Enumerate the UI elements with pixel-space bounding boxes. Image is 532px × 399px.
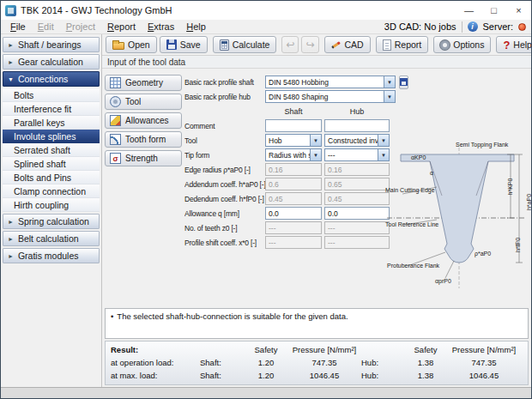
strength-label: Strength: [125, 154, 158, 163]
section-label: Spring calculation: [18, 216, 89, 227]
nav-column: Geometry Tool Allowances Tooth form: [105, 75, 182, 166]
sidebar-item-serrated-shaft[interactable]: Serrated shaft: [3, 143, 100, 157]
info-icon[interactable]: i: [468, 21, 478, 32]
sidebar-item-bolts-and-pins[interactable]: Bolts and Pins: [3, 171, 100, 184]
safety-header-shaft: Safety: [245, 345, 287, 354]
sidebar-item-splined-shaft[interactable]: Splined shaft: [3, 157, 100, 171]
menu-bar: File Edit Project Report Extras Help 3D …: [1, 20, 531, 34]
geometry-button[interactable]: Geometry: [105, 75, 182, 91]
tool-shaft-select[interactable]: Hob ▼: [265, 134, 322, 147]
diagram-label-tool-reference-line: Tool Reference Line: [385, 221, 438, 227]
app-window: TBK 2014 - GWJ Technology GmbH — □ × Fil…: [0, 0, 532, 399]
sidebar-item-bolts[interactable]: Bolts: [3, 88, 100, 102]
basic-rack-shaft-select[interactable]: DIN 5480 Hobbing ▼: [265, 76, 396, 88]
geometry-label: Geometry: [125, 78, 163, 88]
shaft-label: Shaft:: [200, 371, 245, 380]
options-button[interactable]: Options: [433, 36, 491, 53]
report-button[interactable]: Report: [376, 36, 429, 53]
sidebar-item-hirth-coupling[interactable]: Hirth coupling: [3, 198, 100, 212]
sidebar-section-shaft-bearings[interactable]: ► Shaft / bearings: [3, 37, 100, 52]
operation-hub-pressure: 747.35: [447, 358, 521, 367]
section-label: Connections: [18, 74, 68, 84]
sidebar-section-belt-calculation[interactable]: ► Belt calculation: [3, 231, 100, 246]
sidebar-section-connections[interactable]: ▼ Connections: [3, 71, 100, 87]
folder-open-icon: [112, 42, 124, 50]
max-shaft-pressure: 1046.45: [287, 371, 361, 380]
minimize-button[interactable]: —: [456, 1, 481, 20]
section-label: Belt calculation: [18, 233, 79, 244]
open-button[interactable]: Open: [106, 36, 157, 53]
pressure-header-shaft: Pressure [N/mm²]: [287, 345, 361, 354]
safety-header-hub: Safety: [404, 345, 447, 354]
teeth-shaft-field: ---: [265, 221, 322, 234]
strength-button[interactable]: σ Strength: [105, 150, 182, 166]
window-title: TBK 2014 - GWJ Technology GmbH: [21, 5, 172, 15]
menu-project[interactable]: Project: [60, 21, 101, 33]
chevron-right-icon: ►: [8, 42, 14, 48]
chevron-right-icon: ►: [8, 253, 14, 259]
sidebar-section-gratis-modules[interactable]: ► Gratis modules: [3, 248, 100, 263]
profile-shift-label: Profile shift coeff. x*0 [-]: [184, 239, 265, 247]
edge-radius-label: Edge radius ρ*aP0 [-]: [184, 166, 265, 174]
allowances-button[interactable]: Allowances: [105, 112, 182, 129]
window-controls: — □ ×: [456, 1, 531, 20]
comment-hub-input[interactable]: [324, 119, 390, 132]
calculate-button[interactable]: Calculate: [213, 36, 277, 53]
comment-shaft-input[interactable]: [265, 119, 322, 132]
save-profile-button[interactable]: [399, 76, 408, 89]
dedendum-shaft-field: 0.45: [265, 192, 322, 205]
sidebar-item-involute-splines[interactable]: Involute splines: [3, 130, 100, 143]
close-button[interactable]: ×: [506, 1, 531, 20]
dedendum-coeff-label: Dedendum coeff. h*fP0 [-]: [184, 195, 265, 203]
sidebar-item-clamp-connection[interactable]: Clamp connection: [3, 184, 100, 198]
cad-status: 3D CAD: No jobs: [384, 21, 456, 32]
sidebar-section-gear-calculation[interactable]: ► Gear calculation: [3, 54, 100, 70]
sidebar-item-interference-fit[interactable]: Interference fit: [3, 102, 100, 116]
save-button[interactable]: Save: [160, 36, 208, 53]
cad-label: CAD: [345, 39, 364, 50]
floppy-icon: [166, 39, 177, 50]
status-bar: [1, 387, 531, 398]
tool-hub-select[interactable]: Constructed involute ▼: [324, 134, 390, 147]
max-hub-safety: 1.38: [404, 371, 447, 380]
floppy-icon: [400, 78, 408, 86]
help-button[interactable]: ? Help: [496, 36, 532, 53]
document-icon: [383, 39, 391, 51]
menu-report[interactable]: Report: [101, 21, 142, 33]
cad-button[interactable]: CAD: [324, 36, 371, 53]
tool-label: Tool: [184, 136, 265, 145]
allowance-shaft-input[interactable]: [265, 207, 322, 220]
sidebar-item-parallel-keys[interactable]: Parallel keys: [3, 116, 100, 130]
chevron-down-icon: ▼: [384, 76, 395, 88]
redo-button[interactable]: ↪: [301, 36, 318, 53]
result-row-label: at max. load:: [111, 371, 200, 380]
basic-rack-hub-label: Basic rack profile hub: [184, 93, 265, 101]
hub-label: Hub:: [361, 358, 404, 367]
section-label: Gear calculation: [18, 57, 83, 67]
toolbar: Open Save Calculate ↩ ↪: [102, 34, 531, 56]
selected-value: DIN 5480 Hobbing: [266, 76, 384, 88]
tip-form-hub-select[interactable]: --- ▼: [324, 148, 390, 161]
undo-button[interactable]: ↩: [281, 36, 299, 53]
sidebar-section-spring-calculation[interactable]: ► Spring calculation: [3, 214, 100, 229]
addendum-hub-field: 0.65: [324, 178, 390, 190]
server-status-dot: [518, 23, 526, 31]
menubar-right: 3D CAD: No jobs i Server:: [384, 21, 528, 33]
menu-edit[interactable]: Edit: [32, 21, 60, 33]
menu-file[interactable]: File: [4, 21, 32, 33]
allowance-hub-input[interactable]: [324, 207, 390, 220]
menu-help[interactable]: Help: [180, 21, 212, 33]
profile-shift-shaft-field: ---: [265, 236, 322, 249]
basic-rack-hub-select[interactable]: DIN 5480 Shaping ▼: [265, 90, 396, 103]
chevron-down-icon: ▼: [310, 149, 321, 160]
tip-form-shaft-select[interactable]: Radius with straight... ▼: [265, 148, 322, 161]
tooth-form-button[interactable]: Tooth form: [105, 131, 182, 148]
chevron-right-icon: ►: [8, 219, 14, 225]
sidebar: ► Shaft / bearings ► Gear calculation ▼ …: [1, 34, 102, 387]
chevron-down-icon: ▼: [8, 76, 14, 82]
shaft-label: Shaft:: [200, 358, 245, 367]
section-title: Input of the tool data: [102, 56, 531, 69]
maximize-button[interactable]: □: [481, 1, 506, 20]
tool-button[interactable]: Tool: [105, 94, 182, 110]
menu-extras[interactable]: Extras: [142, 21, 180, 33]
